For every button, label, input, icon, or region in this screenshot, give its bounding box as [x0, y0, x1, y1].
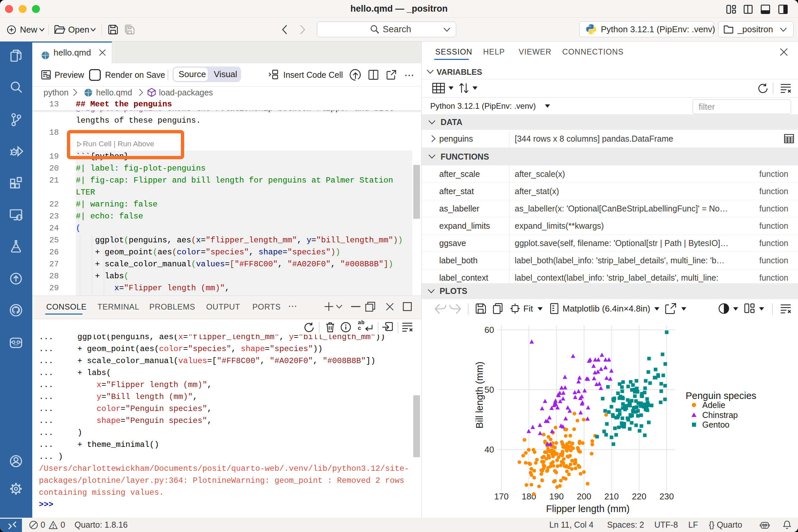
svg-text:Penguin species: Penguin species: [686, 391, 757, 401]
svg-text:190: 190: [549, 491, 564, 501]
svg-text:170: 170: [494, 491, 508, 501]
svg-text:220: 220: [632, 491, 646, 501]
svg-text:Chinstrap: Chinstrap: [702, 410, 738, 420]
svg-text:Adelie: Adelie: [702, 400, 725, 410]
svg-text:50: 50: [484, 385, 494, 395]
svg-text:Bill length (mm): Bill length (mm): [474, 361, 485, 428]
svg-text:230: 230: [659, 491, 673, 501]
svg-text:200: 200: [577, 491, 591, 501]
svg-text:40: 40: [484, 444, 494, 455]
svg-text:Flipper length (mm): Flipper length (mm): [546, 504, 629, 514]
svg-text:210: 210: [605, 491, 619, 501]
svg-text:60: 60: [484, 325, 494, 335]
svg-text:Gentoo: Gentoo: [702, 420, 729, 429]
